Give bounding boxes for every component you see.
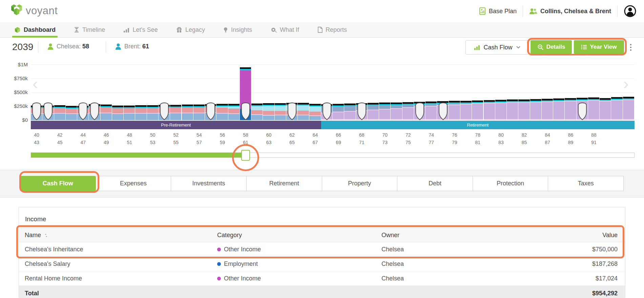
chart-bar-age-77[interactable]	[460, 101, 472, 120]
chart-scroll-right-icon[interactable]: ›	[623, 76, 628, 91]
milestone-shield-age-45[interactable]	[90, 102, 99, 120]
milestone-shield-age-75[interactable]	[439, 102, 448, 120]
column-header-category[interactable]: Category	[217, 228, 242, 243]
chart-bar-age-71[interactable]	[391, 102, 402, 120]
milestone-shield-age-87[interactable]	[578, 102, 587, 120]
income-row-rental-home-income[interactable]: Rental Home IncomeOther IncomeChelsea$17…	[19, 271, 625, 286]
milestone-shield-age-65[interactable]	[323, 102, 331, 120]
nav-tab-legacy[interactable]: Legacy	[176, 22, 205, 38]
sort-icon	[44, 233, 48, 238]
milestone-shield-age-58[interactable]	[241, 102, 250, 120]
chart-bar-age-50[interactable]	[147, 105, 158, 120]
total-value: $954,292	[543, 286, 618, 298]
section-tab-investments[interactable]: Investments	[171, 176, 247, 191]
nav-tab-insights[interactable]: Insights	[223, 22, 252, 38]
base-plan-label: Base Plan	[489, 8, 517, 15]
chart-bar-age-76[interactable]	[449, 101, 460, 120]
chart-bar-age-56[interactable]	[216, 104, 228, 120]
chart-bar-age-79[interactable]	[484, 100, 495, 120]
chart-type-select[interactable]: Cash Flow	[465, 40, 529, 54]
chart-bar-age-47[interactable]	[112, 106, 123, 120]
income-title: Income	[25, 215, 46, 223]
chart-bar-age-81[interactable]	[507, 99, 518, 120]
account-avatar-button[interactable]	[624, 5, 637, 18]
milestone-shield-age-44[interactable]	[79, 102, 87, 120]
section-tab-taxes[interactable]: Taxes	[548, 176, 624, 191]
voyant-logo[interactable]: voyant	[10, 4, 58, 17]
chart-bar-age-86[interactable]	[565, 98, 576, 120]
nav-tab-what-if[interactable]: What If	[270, 22, 299, 38]
nav-tab-label: Insights	[231, 26, 252, 33]
chart-bar-age-63[interactable]	[298, 103, 309, 120]
column-header-name[interactable]: Name	[25, 228, 48, 243]
chart-bar-age-61[interactable]	[275, 103, 286, 120]
chart-bar-age-88[interactable]	[588, 97, 599, 120]
chart-scroll-left-icon[interactable]: ‹	[33, 76, 38, 91]
chart-bar-age-89[interactable]	[600, 98, 611, 120]
chart-bar-age-70[interactable]	[379, 102, 390, 120]
milestone-shield-age-68[interactable]	[357, 102, 366, 120]
nav-tab-label: Timeline	[82, 26, 105, 33]
category-label: Other Income	[224, 275, 261, 282]
milestone-shield-age-73[interactable]	[415, 102, 424, 120]
income-row-chelsea-s-inheritance[interactable]: Chelsea's InheritanceOther IncomeChelsea…	[19, 242, 625, 257]
chart-bar-age-69[interactable]	[368, 103, 379, 120]
year-slider-handle[interactable]	[241, 150, 250, 161]
income-owner: Chelsea	[381, 242, 404, 257]
chart-bar-age-42[interactable]	[54, 105, 65, 120]
chart-gridline	[31, 65, 635, 65]
section-tab-cash-flow[interactable]: Cash Flow	[20, 176, 96, 191]
age-label-brent: 81	[471, 140, 484, 145]
chart-bar-age-59[interactable]	[251, 104, 263, 120]
column-header-value[interactable]: Value	[543, 228, 618, 243]
chart-bar-age-66[interactable]	[333, 104, 344, 120]
milestone-shield-age-41[interactable]	[44, 102, 53, 120]
year-view-button[interactable]: Year View	[574, 40, 624, 54]
chart-bar-age-85[interactable]	[553, 98, 564, 120]
milestone-shield-age-55[interactable]	[206, 102, 215, 120]
section-tab-debt[interactable]: Debt	[397, 176, 473, 191]
chart-bar-age-53[interactable]	[182, 105, 193, 120]
client-selector[interactable]: Collins, Chelsea & Brent	[529, 8, 611, 15]
chart-bar-age-49[interactable]	[135, 105, 146, 120]
chart-bar-age-67[interactable]	[344, 104, 355, 120]
column-header-owner[interactable]: Owner	[381, 228, 399, 243]
section-tab-expenses[interactable]: Expenses	[96, 176, 171, 191]
nav-tab-reports[interactable]: Reports	[317, 22, 347, 38]
age-label-chelsea: 70	[378, 132, 392, 138]
section-tab-retirement[interactable]: Retirement	[246, 176, 322, 191]
chart-bar-age-46[interactable]	[101, 105, 112, 120]
chart-bar-age-78[interactable]	[472, 100, 483, 120]
section-tab-property[interactable]: Property	[322, 176, 398, 191]
chart-bar-age-83[interactable]	[530, 99, 541, 120]
chart-bar-age-72[interactable]	[402, 102, 414, 120]
milestone-shield-age-40[interactable]	[32, 102, 41, 120]
chart-bar-age-84[interactable]	[542, 99, 553, 120]
chart-bar-age-82[interactable]	[518, 99, 529, 120]
chart-bar-age-57[interactable]	[228, 104, 240, 120]
chart-bar-age-74[interactable]	[425, 101, 437, 120]
base-plan-button[interactable]: Base Plan	[479, 7, 517, 15]
chart-bar-age-80[interactable]	[495, 100, 506, 120]
chart-bar-age-48[interactable]	[124, 106, 135, 120]
chart-bar-age-54[interactable]	[193, 105, 205, 120]
chart-bar-age-64[interactable]	[309, 104, 320, 120]
chart-bar-age-91[interactable]	[623, 97, 634, 120]
overflow-menu-button[interactable]	[627, 41, 634, 53]
nav-tab-timeline[interactable]: Timeline	[74, 22, 105, 38]
dashboard-cube-icon	[14, 27, 21, 33]
chart-bar-age-43[interactable]	[66, 106, 77, 120]
income-table-header: NameCategoryOwnerValue	[19, 228, 625, 242]
chart-bar-age-90[interactable]	[611, 97, 622, 120]
milestone-shield-age-51[interactable]	[160, 102, 169, 120]
chart-bar-age-60[interactable]	[263, 103, 274, 120]
section-tab-protection[interactable]: Protection	[473, 176, 548, 191]
income-row-chelsea-s-salary[interactable]: Chelsea's SalaryEmploymentChelsea$187,26…	[19, 257, 625, 271]
details-button[interactable]: Details	[531, 40, 572, 54]
chart-bar-age-52[interactable]	[170, 105, 181, 120]
nav-tab-let-s-see[interactable]: Let's See	[123, 22, 158, 38]
age-label-brent: 89	[564, 140, 578, 145]
income-total-row: Total$954,292	[19, 286, 625, 298]
nav-tab-dashboard[interactable]: Dashboard	[14, 22, 56, 38]
milestone-shield-age-62[interactable]	[288, 102, 296, 120]
